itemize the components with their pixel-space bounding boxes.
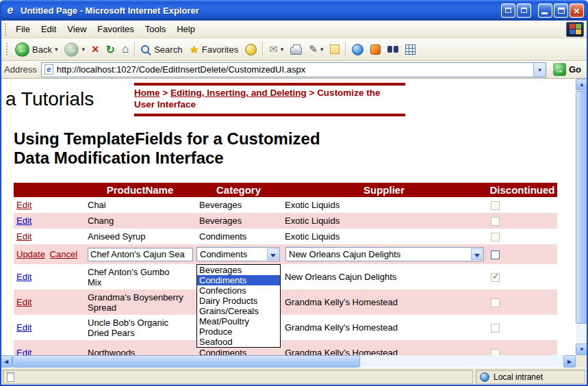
discontinued-checkbox[interactable] bbox=[491, 250, 500, 259]
category-dropdown[interactable]: Condiments bbox=[196, 247, 280, 261]
window-icon bbox=[521, 8, 527, 13]
divider-rule bbox=[134, 114, 405, 116]
option-seafood[interactable]: Seafood bbox=[197, 337, 280, 347]
supplier-dropdown[interactable]: New Orleans Cajun Delights bbox=[285, 247, 484, 261]
breadcrumb-separator: > bbox=[162, 88, 168, 98]
menu-help[interactable]: Help bbox=[171, 21, 201, 37]
product-name-input[interactable] bbox=[88, 248, 193, 261]
scroll-right-button[interactable]: ▶ bbox=[563, 355, 576, 368]
favorites-button[interactable]: ★ Favorites bbox=[186, 41, 242, 58]
supplier-cell: Exotic Liquids bbox=[281, 229, 487, 244]
edit-link[interactable]: Edit bbox=[16, 200, 31, 210]
titlebar-extra-button-2[interactable] bbox=[517, 3, 531, 18]
go-button[interactable]: → Go bbox=[550, 62, 584, 77]
status-main-panel bbox=[3, 370, 473, 384]
category-cell: Beverages bbox=[196, 213, 281, 229]
page-content: a Tutorials Home > Editing, Inserting, a… bbox=[0, 79, 576, 355]
document-icon bbox=[7, 372, 14, 382]
update-link[interactable]: Update bbox=[16, 249, 45, 259]
edit-link[interactable]: Edit bbox=[16, 322, 31, 333]
maximize-button[interactable] bbox=[554, 3, 568, 18]
home-button[interactable]: ⌂ bbox=[118, 40, 132, 58]
cancel-link[interactable]: Cancel bbox=[50, 249, 77, 259]
chevron-down-icon[interactable] bbox=[267, 248, 279, 260]
option-meat-poultry[interactable]: Meat/Poultry bbox=[197, 316, 280, 326]
edit-link[interactable]: Edit bbox=[16, 297, 31, 307]
forward-button[interactable]: → ▾ bbox=[61, 40, 88, 59]
category-cell: Beverages bbox=[196, 197, 281, 213]
category-cell: Condiments bbox=[196, 229, 281, 244]
search-button[interactable]: Search bbox=[138, 42, 186, 57]
discontinued-checkbox bbox=[491, 324, 500, 333]
horizontal-scrollbar[interactable]: ◀ ▶ bbox=[0, 355, 576, 368]
toolbar-separator bbox=[134, 42, 136, 57]
menu-edit[interactable]: Edit bbox=[36, 21, 62, 37]
close-button[interactable]: × bbox=[570, 3, 584, 18]
scroll-up-button[interactable]: ▲ bbox=[576, 79, 588, 90]
back-button[interactable]: ← Back ▾ bbox=[12, 40, 61, 59]
horizontal-scroll-thumb[interactable] bbox=[12, 355, 360, 368]
extra-tool-button-1[interactable] bbox=[348, 42, 367, 57]
option-beverages[interactable]: Beverages bbox=[197, 265, 280, 275]
scroll-left-button[interactable]: ◀ bbox=[0, 355, 12, 368]
status-bar: Local intranet bbox=[0, 368, 588, 386]
breadcrumb-section-link[interactable]: Editing, Inserting, and Deleting bbox=[170, 88, 307, 98]
product-name: Chai bbox=[88, 200, 185, 210]
address-combo[interactable]: e http://localhost:1027/Code/EditInsertD… bbox=[41, 62, 546, 77]
menu-tools[interactable]: Tools bbox=[140, 21, 171, 37]
option-grains-cereals[interactable]: Grains/Cereals bbox=[197, 306, 280, 316]
product-row: Edit Chai Beverages Exotic Liquids bbox=[14, 197, 557, 213]
product-name: Northwoods bbox=[88, 348, 185, 355]
scroll-down-button[interactable]: ▼ bbox=[576, 344, 588, 355]
vertical-scrollbar[interactable]: ▲ ▼ bbox=[576, 79, 588, 355]
chevron-down-icon[interactable]: ▾ bbox=[281, 46, 284, 53]
option-dairy-products[interactable]: Dairy Products bbox=[197, 296, 280, 306]
edit-link[interactable]: Edit bbox=[16, 231, 31, 242]
option-confections[interactable]: Confections bbox=[197, 285, 280, 296]
product-row-editing: Update Cancel Condiments New Orleans Caj… bbox=[14, 244, 557, 264]
product-name: Chef Anton's Gumbo Mix bbox=[88, 267, 185, 287]
discontinued-checkbox bbox=[491, 298, 500, 307]
history-button[interactable] bbox=[242, 42, 260, 57]
extra-tool-button-4[interactable] bbox=[402, 42, 419, 57]
title-bar: e Untitled Page - Microsoft Internet Exp… bbox=[0, 0, 588, 21]
edit-page-button[interactable]: ✎ ▾ bbox=[305, 41, 327, 57]
menu-file[interactable]: File bbox=[10, 21, 36, 37]
menu-view[interactable]: View bbox=[62, 21, 92, 37]
discontinued-checkbox bbox=[491, 201, 500, 210]
option-produce[interactable]: Produce bbox=[197, 326, 280, 337]
security-zone-label: Local intranet bbox=[494, 372, 543, 382]
header-action bbox=[14, 183, 84, 197]
vertical-scroll-thumb[interactable] bbox=[576, 91, 588, 324]
breadcrumb-home-link[interactable]: Home bbox=[134, 88, 160, 98]
discuss-button[interactable] bbox=[327, 42, 343, 56]
stop-button[interactable]: × bbox=[88, 42, 103, 57]
print-button[interactable] bbox=[287, 42, 305, 57]
mail-button[interactable]: ✉ ▾ bbox=[266, 41, 287, 57]
chevron-down-icon[interactable]: ▾ bbox=[81, 46, 85, 53]
refresh-button[interactable]: ↻ bbox=[102, 41, 118, 58]
address-url[interactable]: http://localhost:1027/Code/EditInsertDel… bbox=[57, 64, 530, 75]
product-row: Edit Grandma's Boysenberry Spread Grandm… bbox=[14, 290, 557, 315]
go-label: Go bbox=[569, 64, 581, 75]
option-condiments[interactable]: Condiments bbox=[197, 275, 280, 285]
edit-link[interactable]: Edit bbox=[16, 272, 31, 282]
check-icon: ✓ bbox=[492, 272, 499, 281]
product-name: Aniseed Syrup bbox=[88, 231, 185, 242]
history-icon bbox=[245, 44, 257, 55]
minimize-button[interactable] bbox=[538, 3, 552, 18]
menu-favorites[interactable]: Favorites bbox=[92, 21, 139, 37]
chevron-down-icon[interactable]: ▾ bbox=[320, 46, 324, 53]
back-icon: ← bbox=[15, 42, 29, 57]
globe-icon bbox=[480, 372, 489, 382]
toolbar-grip bbox=[6, 43, 8, 55]
chevron-down-icon[interactable] bbox=[471, 248, 483, 260]
chevron-down-icon[interactable]: ▾ bbox=[55, 46, 58, 53]
extra-tool-button-3[interactable] bbox=[384, 44, 402, 55]
page-icon: e bbox=[44, 64, 53, 75]
edit-link[interactable]: Edit bbox=[16, 216, 31, 226]
address-dropdown-button[interactable]: ▾ bbox=[533, 63, 546, 77]
titlebar-extra-button-1[interactable] bbox=[501, 3, 515, 18]
extra-tool-button-2[interactable] bbox=[367, 42, 384, 57]
edit-link[interactable]: Edit bbox=[16, 348, 31, 355]
